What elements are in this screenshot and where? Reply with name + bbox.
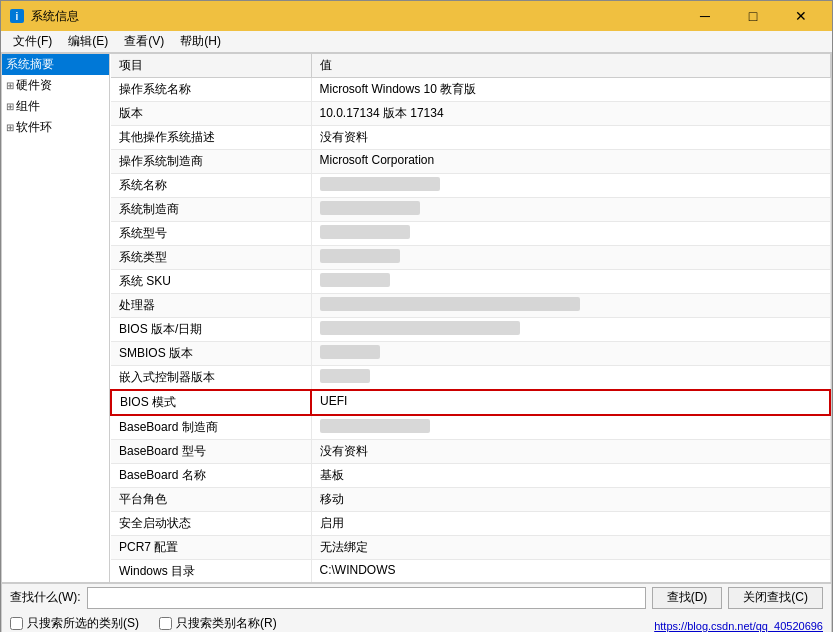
property-cell: SMBIOS 版本 (111, 342, 311, 366)
table-row: 平台角色移动 (111, 488, 830, 512)
sidebar-group-hardware[interactable]: ⊞ 硬件资 (2, 75, 109, 96)
maximize-button[interactable]: □ (730, 1, 776, 31)
table-row: BIOS 模式UEFI (111, 390, 830, 415)
sidebar-item-software-label: 软件环 (16, 119, 52, 136)
svg-text:i: i (16, 11, 19, 22)
property-cell: 系统类型 (111, 246, 311, 270)
table-row: BaseBoard 型号没有资料 (111, 440, 830, 464)
property-cell: 平台角色 (111, 488, 311, 512)
table-row: 操作系统名称Microsoft Windows 10 教育版 (111, 78, 830, 102)
close-button[interactable]: ✕ (778, 1, 824, 31)
property-cell: 安全启动状态 (111, 512, 311, 536)
property-cell: Windows 目录 (111, 560, 311, 583)
table-row: 系统类型 (111, 246, 830, 270)
search-label: 查找什么(W): (10, 589, 81, 606)
sidebar-group-components[interactable]: ⊞ 组件 (2, 96, 109, 117)
property-cell: 系统 SKU (111, 270, 311, 294)
value-cell: 无法绑定 (311, 536, 830, 560)
value-cell: 没有资料 (311, 126, 830, 150)
menu-item-e[interactable]: 编辑(E) (60, 31, 116, 52)
blurred-value (320, 345, 380, 359)
menu-item-v[interactable]: 查看(V) (116, 31, 172, 52)
blurred-value (320, 321, 520, 335)
main-content: 系统摘要 ⊞ 硬件资 ⊞ 组件 ⊞ 软件环 (1, 53, 832, 583)
value-cell: Microsoft Windows 10 教育版 (311, 78, 830, 102)
property-cell: 版本 (111, 102, 311, 126)
table-row: BaseBoard 制造商 (111, 415, 830, 440)
info-table: 项目 值 操作系统名称Microsoft Windows 10 教育版版本10.… (110, 54, 831, 582)
blurred-value (320, 201, 420, 215)
property-cell: BIOS 模式 (111, 390, 311, 415)
status-url[interactable]: https://blog.csdn.net/qq_40520696 (654, 620, 831, 633)
table-row: 处理器 (111, 294, 830, 318)
expand-icon-components: ⊞ (6, 101, 14, 112)
search-button[interactable]: 查找(D) (652, 587, 723, 609)
value-cell (311, 270, 830, 294)
search-row: 查找什么(W): 查找(D) 关闭查找(C) (2, 583, 831, 613)
table-row: 版本10.0.17134 版本 17134 (111, 102, 830, 126)
sidebar-item-summary-label: 系统摘要 (6, 57, 54, 71)
window-controls: ─ □ ✕ (682, 1, 824, 31)
property-cell: 系统型号 (111, 222, 311, 246)
table-row: 其他操作系统描述没有资料 (111, 126, 830, 150)
table-row: BIOS 版本/日期 (111, 318, 830, 342)
property-cell: 其他操作系统描述 (111, 126, 311, 150)
value-cell: C:\WINDOWS (311, 560, 830, 583)
checkbox-row: 只搜索所选的类别(S) 只搜索类别名称(R) (2, 613, 654, 633)
content-wrapper: 系统摘要 ⊞ 硬件资 ⊞ 组件 ⊞ 软件环 (1, 53, 832, 632)
window-title: 系统信息 (31, 8, 682, 25)
col-header-value: 值 (311, 54, 830, 78)
col-header-property: 项目 (111, 54, 311, 78)
value-cell (311, 198, 830, 222)
property-cell: 操作系统制造商 (111, 150, 311, 174)
sidebar-item-hardware-label: 硬件资 (16, 77, 52, 94)
blurred-value (320, 177, 440, 191)
table-row: 嵌入式控制器版本 (111, 366, 830, 391)
title-bar: i 系统信息 ─ □ ✕ (1, 1, 832, 31)
checkbox-category[interactable] (10, 617, 23, 630)
checkbox-category-label[interactable]: 只搜索所选的类别(S) (10, 615, 139, 632)
menu-item-h[interactable]: 帮助(H) (172, 31, 229, 52)
blurred-value (320, 273, 390, 287)
value-cell: UEFI (311, 390, 830, 415)
value-cell (311, 318, 830, 342)
search-input[interactable] (87, 587, 646, 609)
property-cell: BaseBoard 制造商 (111, 415, 311, 440)
table-row: Windows 目录C:\WINDOWS (111, 560, 830, 583)
checkbox-name-label[interactable]: 只搜索类别名称(R) (159, 615, 277, 632)
blurred-value (320, 249, 400, 263)
bottom-bar: 查找什么(W): 查找(D) 关闭查找(C) 只搜索所选的类别(S) 只搜索类别… (1, 583, 832, 632)
expand-icon-hardware: ⊞ (6, 80, 14, 91)
value-cell: 移动 (311, 488, 830, 512)
value-cell: Microsoft Corporation (311, 150, 830, 174)
table-row: BaseBoard 名称基板 (111, 464, 830, 488)
property-cell: 系统制造商 (111, 198, 311, 222)
value-cell: 启用 (311, 512, 830, 536)
value-cell (311, 222, 830, 246)
value-cell: 10.0.17134 版本 17134 (311, 102, 830, 126)
sidebar-group-software[interactable]: ⊞ 软件环 (2, 117, 109, 138)
table-row: 安全启动状态启用 (111, 512, 830, 536)
checkbox-name[interactable] (159, 617, 172, 630)
blurred-value (320, 369, 370, 383)
property-cell: PCR7 配置 (111, 536, 311, 560)
table-row: 系统名称 (111, 174, 830, 198)
property-cell: BIOS 版本/日期 (111, 318, 311, 342)
table-row: 系统 SKU (111, 270, 830, 294)
property-cell: 操作系统名称 (111, 78, 311, 102)
sidebar-item-summary[interactable]: 系统摘要 (2, 54, 109, 75)
blurred-value (320, 225, 410, 239)
minimize-button[interactable]: ─ (682, 1, 728, 31)
menu-bar: 文件(F)编辑(E)查看(V)帮助(H) (1, 31, 832, 53)
close-search-button[interactable]: 关闭查找(C) (728, 587, 823, 609)
table-row: 操作系统制造商Microsoft Corporation (111, 150, 830, 174)
value-cell (311, 294, 830, 318)
value-cell (311, 415, 830, 440)
value-cell (311, 246, 830, 270)
blurred-value (320, 297, 580, 311)
value-cell: 没有资料 (311, 440, 830, 464)
menu-item-f[interactable]: 文件(F) (5, 31, 60, 52)
property-cell: 嵌入式控制器版本 (111, 366, 311, 391)
value-cell: 基板 (311, 464, 830, 488)
app-icon: i (9, 8, 25, 24)
